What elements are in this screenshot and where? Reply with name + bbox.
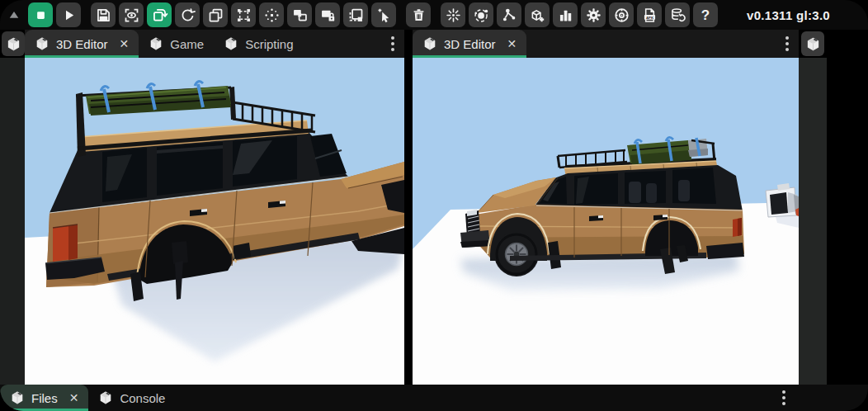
- package-cube-icon: [35, 36, 50, 51]
- package-cube-icon: [6, 36, 21, 52]
- database-sync-button[interactable]: [665, 2, 690, 27]
- duplicate-button[interactable]: [343, 2, 368, 27]
- play-button[interactable]: [56, 2, 81, 27]
- lock-object-button[interactable]: [315, 2, 340, 27]
- close-icon[interactable]: ✕: [69, 392, 79, 404]
- tab-label: 3D Editor: [444, 37, 496, 51]
- left-side-rail: [0, 58, 25, 385]
- delete-button[interactable]: [406, 2, 431, 27]
- tab-3d-editor-left[interactable]: 3D Editor ✕: [25, 30, 139, 58]
- tab-scripting[interactable]: Scripting: [214, 30, 303, 58]
- tab-label: 3D Editor: [56, 37, 108, 51]
- help-button[interactable]: ?: [693, 2, 718, 27]
- statistics-button[interactable]: [553, 2, 578, 27]
- orbit-rotate-tool-button[interactable]: [175, 2, 200, 27]
- layer-order-button[interactable]: [287, 2, 312, 27]
- toolbar: APK ? v0.1311 gl:3.0: [0, 0, 868, 30]
- right-scene: [413, 58, 799, 385]
- package-cube-icon: [98, 390, 113, 405]
- close-icon[interactable]: ✕: [120, 38, 130, 50]
- tab-label: Console: [120, 391, 165, 405]
- caret-up-icon[interactable]: [3, 2, 25, 27]
- export-apk-button[interactable]: APK: [637, 2, 662, 27]
- left-panel-cube-button[interactable]: [2, 31, 25, 56]
- build-target-button[interactable]: [609, 2, 634, 27]
- right-pane-menu-button[interactable]: [776, 32, 799, 55]
- stop-button[interactable]: [28, 2, 53, 27]
- select-frame-tool-button[interactable]: [231, 2, 256, 27]
- tab-console[interactable]: Console: [88, 385, 175, 411]
- save-button[interactable]: [91, 2, 116, 27]
- tab-label: Game: [170, 37, 204, 51]
- scale-tool-button[interactable]: [203, 2, 228, 27]
- viewport-3d-right[interactable]: [413, 58, 799, 385]
- tab-game[interactable]: Game: [139, 30, 214, 58]
- left-scene: [25, 58, 404, 385]
- left-pane-tabstrip: 3D Editor ✕ Game Scripting: [25, 30, 404, 58]
- tab-label: Scripting: [245, 37, 293, 51]
- editor-window: APK ? v0.1311 gl:3.0 3D Editor ✕: [0, 0, 868, 411]
- bottom-bar-menu-button[interactable]: [772, 386, 795, 409]
- tab-files[interactable]: Files ✕: [0, 385, 88, 411]
- close-icon[interactable]: ✕: [507, 38, 517, 50]
- viewport-3d-left[interactable]: [25, 58, 404, 385]
- package-cube-icon: [422, 36, 437, 51]
- version-label: v0.1311 gl:3.0: [747, 8, 830, 22]
- tab-row: 3D Editor ✕ Game Scripting 3D Editor ✕: [0, 30, 868, 58]
- settings-button[interactable]: [581, 2, 606, 27]
- spline-nodes-button[interactable]: [497, 2, 521, 27]
- bottom-bar: Files ✕ Console: [0, 385, 868, 411]
- touch-pointer-button[interactable]: [371, 2, 396, 27]
- add-object-button[interactable]: [525, 2, 550, 27]
- package-cube-icon: [10, 390, 25, 405]
- tab-3d-editor-right[interactable]: 3D Editor ✕: [413, 30, 526, 58]
- help-glyph: ?: [701, 8, 710, 22]
- package-cube-icon: [805, 36, 821, 52]
- right-pane-tabstrip: 3D Editor ✕: [413, 30, 799, 58]
- left-pane-menu-button[interactable]: [381, 32, 404, 55]
- particles-button[interactable]: [469, 2, 493, 27]
- right-panel-cube-button[interactable]: [801, 31, 824, 56]
- package-cube-icon: [149, 36, 163, 51]
- preview-eye-button[interactable]: [119, 2, 144, 27]
- package-cube-icon: [224, 36, 238, 51]
- tab-label: Files: [31, 391, 58, 405]
- move-tool-button[interactable]: [259, 2, 284, 27]
- apk-label: APK: [645, 15, 653, 19]
- right-side-rail: [799, 58, 827, 385]
- light-button[interactable]: [441, 2, 465, 27]
- rotate-object-tool-button[interactable]: [147, 2, 172, 27]
